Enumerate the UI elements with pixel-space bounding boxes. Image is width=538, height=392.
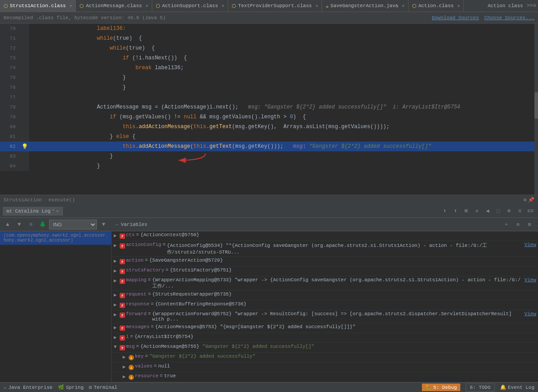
var-strutsfactory: ▶ f strutsFactory = {Struts1Factory@5751… <box>112 267 538 276</box>
code-line-78: 78 ActionMessage msg = (ActionMessage)i.… <box>0 102 538 112</box>
line-content-83: } <box>29 151 538 161</box>
expand-action[interactable]: ▶ <box>112 258 119 264</box>
expand-strutsfactory[interactable]: ▶ <box>112 268 119 274</box>
event-log-status[interactable]: 🔔 Event Log <box>500 384 534 390</box>
class-icon: ⬡ <box>156 3 160 9</box>
actionconfig-view-link[interactable]: View <box>525 242 536 247</box>
frame-selector[interactable]: ING <box>49 220 97 229</box>
tab-savegangsteraction[interactable]: ☕ SaveGangsterAction.java ✕ <box>322 0 408 12</box>
tab-struts1action[interactable]: ⬡ Struts1Action.class ✕ <box>0 0 76 12</box>
var-msg-values: ▶ i values = null <box>112 363 538 372</box>
tab-close-5[interactable]: ✕ <box>457 3 460 8</box>
mapping-view-link[interactable]: View <box>525 277 536 283</box>
download-sources-link[interactable]: Download Sources <box>432 15 479 21</box>
variables-header: → Variables + ⚙ ⊞ <box>112 218 538 231</box>
line-content-84: } <box>29 161 538 171</box>
log-tab-close[interactable]: ✕ <box>56 209 59 214</box>
tab-close-3[interactable]: ✕ <box>315 3 318 8</box>
toolbar-btn-5[interactable]: ◀ <box>483 206 492 216</box>
line-content-75: } <box>29 73 538 83</box>
variables-arrow-icon: → <box>115 222 118 227</box>
expand-msg-key[interactable]: ▶ <box>121 354 128 360</box>
forward-view-link[interactable]: View <box>525 311 536 317</box>
tab-close-4[interactable]: ✕ <box>402 3 405 8</box>
code-line-72: 72 while(true) { <box>0 43 538 53</box>
expand-i[interactable]: ▶ <box>112 334 119 340</box>
scrollbar-thumb[interactable] <box>534 92 538 119</box>
line-gutter-70 <box>20 24 29 33</box>
debug-area: ▲ ▼ ≡ 🌲 ING ▼ (com.opensymphony.xwork2.o… <box>0 218 538 382</box>
code-line-79: 79 if (msg.getValues() != null && msg.ge… <box>0 112 538 122</box>
icon-action: f <box>119 258 126 265</box>
variables-panel: → Variables + ⚙ ⊞ ▶ f ctx = <box>112 218 538 382</box>
var-actionconfig: ▶ f actionConfig = {ActionConfig@5534} "… <box>112 241 538 257</box>
debug-frames-list[interactable]: (com.opensymphony.xwork2.ognl.accessor. … <box>0 231 111 382</box>
expand-request[interactable]: ▶ <box>112 292 119 298</box>
debug-left-bar: ▲ ▼ ≡ 🌲 ING ▼ <box>0 218 111 231</box>
toolbar-btn-2[interactable]: ⬆ <box>450 206 460 216</box>
java-enterprise-status[interactable]: ☕ Java Enterprise <box>4 384 53 390</box>
line-gutter-80 <box>20 122 29 132</box>
info-bar: Decompiled .class file, bytecode version… <box>0 12 538 24</box>
info-bar-links: Download Sources Choose Sources... <box>432 15 534 21</box>
var-i: ▶ f i = {ArrayList$Itr@5754} <box>112 333 538 343</box>
frame-nav-down[interactable]: ▼ <box>14 220 24 229</box>
expand-forward[interactable]: ▶ <box>112 312 119 317</box>
expand-msg-resource[interactable]: ▶ <box>121 374 128 379</box>
editor-scrollbar[interactable] <box>534 24 538 195</box>
tab-actionsupport[interactable]: ⬡ ActionSupport.class ✕ <box>152 0 228 12</box>
expand-ctx[interactable]: ▶ <box>112 233 119 238</box>
line-gutter-73 <box>20 53 29 63</box>
expand-actionconfig[interactable]: ▶ <box>112 242 119 248</box>
expand-response[interactable]: ▶ <box>112 302 119 308</box>
toolbar-btn-6[interactable]: ⬚ <box>493 206 503 216</box>
java-enterprise-label: Java Enterprise <box>8 385 53 390</box>
toolbar-btn-3[interactable]: ⊠ <box>461 206 471 216</box>
toolbar-btn-1[interactable]: ⬇ <box>440 206 450 216</box>
code-line-71: 71 while(true) { <box>0 33 538 43</box>
pin-icon[interactable]: 📌 <box>528 197 534 203</box>
toolbar-btn-4[interactable]: ✕ <box>472 206 482 216</box>
tab-textprovidersupport[interactable]: ⬡ TextProviderSupport.class ✕ <box>228 0 322 12</box>
variables-add-btn[interactable]: + <box>501 220 511 229</box>
gear-icon[interactable]: ⚙ <box>523 197 526 203</box>
action-class-label: Action class <box>488 3 523 8</box>
frame-nav-tree[interactable]: 🌲 <box>38 220 47 229</box>
expand-msg-values[interactable]: ▶ <box>121 364 128 370</box>
variables-settings-icon[interactable]: ⚙ <box>513 220 523 229</box>
spring-status[interactable]: 🌿 Spring <box>58 384 84 390</box>
line-num-79: 79 <box>0 112 20 122</box>
code-editor[interactable]: 70 label136: 71 while(true) { 72 while(t… <box>0 24 538 195</box>
toolbar-btn-7[interactable]: ⊗ <box>504 206 514 216</box>
bulb-icon[interactable]: 💡 <box>21 143 28 150</box>
tab-close-0[interactable]: ✕ <box>69 3 72 8</box>
tab-close-1[interactable]: ✕ <box>146 3 148 8</box>
expand-mapping[interactable]: ▶ <box>112 278 119 284</box>
line-gutter-79 <box>20 112 29 122</box>
variables-expand-icon[interactable]: ⊞ <box>525 220 534 229</box>
catalina-log-tab[interactable]: at Catalina Log * ✕ <box>3 207 63 216</box>
line-gutter-76 <box>20 83 29 92</box>
frame-nav-up[interactable]: ▲ <box>3 220 13 229</box>
frame-nav-filter[interactable]: ≡ <box>26 220 36 229</box>
expand-msg[interactable]: ▼ <box>112 344 119 350</box>
debug-tab-button[interactable]: 🐛 5: Debug <box>422 384 461 391</box>
terminal-status[interactable]: ⊡ Terminal <box>89 384 117 390</box>
frame-dropdown[interactable]: ▼ <box>99 220 108 229</box>
var-mapping: ▶ f mapping = {WrapperActionMapping@5733… <box>112 276 538 291</box>
toolbar-btn-8[interactable]: ≡ <box>515 206 525 216</box>
tab-close-2[interactable]: ✕ <box>221 3 224 8</box>
frame-item-selected[interactable]: (com.opensymphony.xwork2.ognl.accessor. … <box>0 231 111 245</box>
class-icon: ⬡ <box>232 3 236 9</box>
choose-sources-link[interactable]: Choose Sources... <box>484 15 534 21</box>
toolbar-btn-9[interactable]: ≡≡ <box>525 206 535 216</box>
tabs-overflow-icon[interactable]: >>≡ <box>526 3 536 9</box>
tab-actionmessage[interactable]: ⬡ ActionMessage.class ✕ <box>76 0 152 12</box>
expand-messages[interactable]: ▶ <box>112 325 119 330</box>
icon-ctx: f <box>119 233 126 240</box>
line-num-76: 76 <box>0 83 20 92</box>
todo-tab-button[interactable]: 6: TODO <box>466 384 494 392</box>
var-msg: ▼ f msg = {ActionMessage@5755} "Gangster… <box>112 343 538 353</box>
tab-action[interactable]: ⬡ Action.class ✕ <box>409 0 464 12</box>
code-line-83: 83 } <box>0 151 538 161</box>
